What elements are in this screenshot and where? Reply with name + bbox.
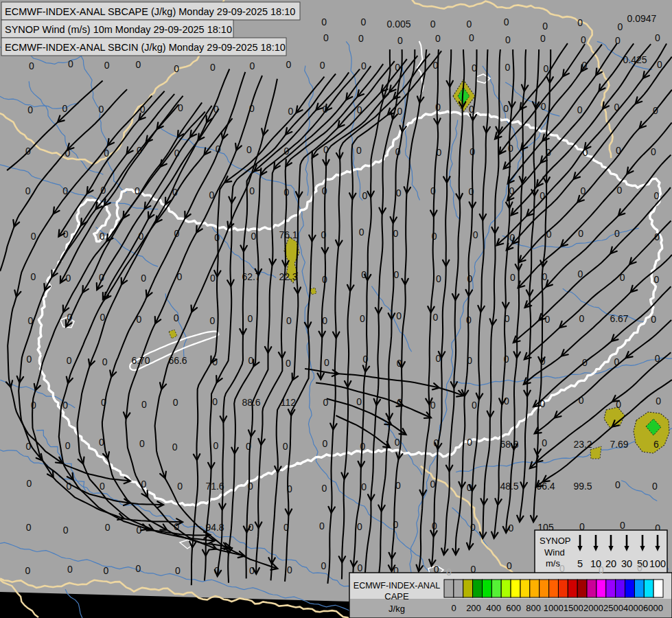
svg-text:76.1: 76.1 bbox=[279, 229, 297, 240]
svg-text:0: 0 bbox=[246, 144, 252, 155]
svg-text:5: 5 bbox=[577, 558, 583, 569]
svg-text:0: 0 bbox=[469, 32, 474, 43]
svg-text:0.0947: 0.0947 bbox=[627, 13, 657, 24]
svg-text:0: 0 bbox=[212, 396, 218, 407]
svg-text:6: 6 bbox=[653, 439, 659, 450]
svg-text:0: 0 bbox=[322, 483, 327, 494]
svg-text:0: 0 bbox=[31, 231, 36, 242]
svg-text:0: 0 bbox=[655, 32, 660, 43]
svg-text:0: 0 bbox=[579, 313, 584, 324]
svg-text:0: 0 bbox=[652, 481, 658, 492]
svg-text:68.8: 68.8 bbox=[500, 439, 518, 450]
svg-text:0: 0 bbox=[599, 564, 604, 575]
svg-text:0: 0 bbox=[286, 315, 292, 326]
svg-text:0: 0 bbox=[615, 479, 621, 490]
svg-text:0: 0 bbox=[174, 63, 179, 74]
svg-text:100: 100 bbox=[649, 558, 666, 569]
svg-text:0: 0 bbox=[99, 104, 104, 115]
svg-text:0: 0 bbox=[286, 59, 292, 70]
svg-text:0: 0 bbox=[356, 396, 362, 407]
svg-text:0: 0 bbox=[396, 310, 402, 321]
svg-text:0: 0 bbox=[324, 357, 329, 368]
svg-text:0: 0 bbox=[31, 271, 36, 282]
svg-text:0: 0 bbox=[27, 354, 32, 365]
svg-text:0: 0 bbox=[250, 60, 255, 71]
svg-text:600: 600 bbox=[506, 603, 521, 613]
svg-text:2000: 2000 bbox=[583, 603, 603, 613]
svg-text:0: 0 bbox=[173, 397, 178, 408]
svg-text:0: 0 bbox=[358, 33, 364, 44]
svg-text:0: 0 bbox=[136, 59, 141, 70]
svg-text:0: 0 bbox=[100, 231, 105, 242]
svg-text:0: 0 bbox=[467, 273, 473, 284]
svg-text:0: 0 bbox=[467, 19, 472, 30]
svg-text:0: 0 bbox=[543, 63, 548, 74]
svg-text:0: 0 bbox=[559, 563, 565, 574]
svg-text:0: 0 bbox=[210, 273, 216, 284]
svg-text:ECMWF-INDEX-ANAL: ECMWF-INDEX-ANAL bbox=[354, 581, 440, 591]
svg-text:0: 0 bbox=[651, 314, 656, 325]
svg-text:0: 0 bbox=[251, 231, 257, 242]
svg-text:0: 0 bbox=[397, 106, 403, 117]
svg-text:0: 0 bbox=[321, 16, 327, 27]
svg-text:0: 0 bbox=[510, 272, 515, 283]
svg-text:2500: 2500 bbox=[603, 603, 623, 613]
svg-text:0: 0 bbox=[542, 21, 548, 32]
svg-text:0: 0 bbox=[248, 313, 253, 324]
svg-text:0: 0 bbox=[361, 60, 367, 71]
svg-text:0: 0 bbox=[104, 60, 110, 71]
svg-text:0: 0 bbox=[321, 560, 326, 571]
svg-text:88.6: 88.6 bbox=[242, 397, 260, 408]
svg-text:800: 800 bbox=[526, 603, 541, 613]
svg-text:0: 0 bbox=[67, 355, 72, 366]
svg-text:CAPE: CAPE bbox=[384, 591, 409, 602]
svg-text:0: 0 bbox=[178, 102, 183, 113]
svg-text:0: 0 bbox=[209, 315, 215, 326]
svg-text:0: 0 bbox=[177, 481, 183, 492]
svg-text:0: 0 bbox=[286, 358, 291, 369]
svg-text:0: 0 bbox=[578, 228, 583, 239]
svg-text:20: 20 bbox=[605, 558, 616, 569]
svg-text:0: 0 bbox=[356, 145, 362, 156]
svg-text:0: 0 bbox=[63, 525, 69, 536]
svg-text:0: 0 bbox=[653, 274, 659, 285]
svg-text:30: 30 bbox=[621, 558, 632, 569]
svg-text:J/kg: J/kg bbox=[389, 604, 405, 614]
svg-text:4000: 4000 bbox=[623, 603, 643, 613]
svg-text:0: 0 bbox=[29, 60, 34, 71]
svg-text:0: 0 bbox=[102, 356, 108, 367]
svg-text:0: 0 bbox=[25, 565, 31, 576]
svg-text:1000: 1000 bbox=[544, 603, 564, 613]
svg-text:6000: 6000 bbox=[643, 603, 663, 613]
svg-text:0: 0 bbox=[505, 34, 511, 45]
svg-text:0: 0 bbox=[435, 102, 441, 113]
svg-text:0: 0 bbox=[472, 400, 477, 411]
svg-text:0: 0 bbox=[620, 520, 625, 531]
svg-text:0: 0 bbox=[26, 522, 32, 533]
svg-text:0: 0 bbox=[322, 315, 327, 326]
svg-text:SYNOP Wind (m/s) 10m Monday 29: SYNOP Wind (m/s) 10m Monday 29-09-2025 1… bbox=[5, 24, 232, 35]
svg-text:0: 0 bbox=[473, 229, 478, 240]
svg-text:0: 0 bbox=[430, 19, 436, 30]
svg-text:0: 0 bbox=[141, 399, 147, 410]
svg-text:0: 0 bbox=[105, 522, 111, 533]
svg-text:0: 0 bbox=[617, 21, 623, 32]
svg-text:0: 0 bbox=[361, 16, 367, 27]
svg-text:0: 0 bbox=[507, 560, 512, 571]
svg-text:0: 0 bbox=[103, 565, 108, 576]
svg-text:71.6: 71.6 bbox=[205, 481, 224, 492]
svg-text:0: 0 bbox=[503, 103, 509, 114]
svg-text:0: 0 bbox=[657, 59, 662, 70]
svg-text:0: 0 bbox=[136, 563, 141, 574]
svg-text:Wind: Wind bbox=[544, 547, 565, 558]
svg-text:23.2: 23.2 bbox=[573, 439, 592, 450]
svg-text:0: 0 bbox=[175, 565, 181, 576]
svg-text:0: 0 bbox=[397, 35, 403, 46]
svg-text:0: 0 bbox=[451, 603, 456, 613]
svg-text:0: 0 bbox=[320, 60, 325, 71]
svg-text:0: 0 bbox=[323, 438, 328, 449]
svg-text:0: 0 bbox=[446, 566, 452, 577]
svg-text:0: 0 bbox=[637, 562, 642, 573]
svg-text:99.5: 99.5 bbox=[573, 481, 592, 492]
svg-text:0: 0 bbox=[287, 564, 292, 575]
